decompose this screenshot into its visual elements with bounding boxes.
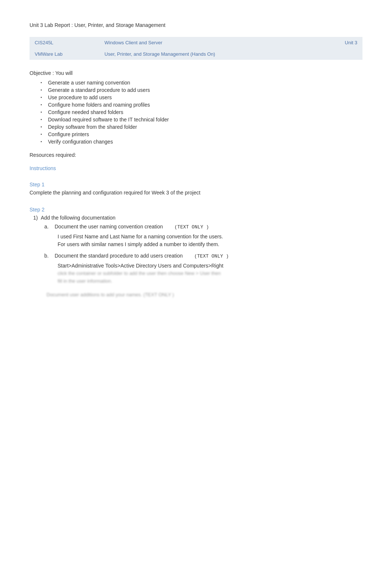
- sub-letter-a: a.: [44, 224, 55, 230]
- step2-section: Step 2 1) Add the following documentatio…: [30, 207, 362, 299]
- step1-content: Complete the planning and configuration …: [30, 190, 362, 196]
- step2-heading: Step 2: [30, 207, 362, 213]
- sub-item-c-row: Document user additions to add your name…: [44, 291, 362, 299]
- step1-section: Step 1 Complete the planning and configu…: [30, 182, 362, 196]
- objective-list: Generate a user naming conventionGenerat…: [30, 80, 362, 145]
- bullet-item-7: Configure printers: [41, 131, 362, 137]
- tag-a: (TEXT ONLY ): [175, 224, 209, 230]
- bullet-item-1: Generate a standard procedure to add use…: [41, 87, 362, 93]
- bullet-item-8: Verify configuration changes: [41, 139, 362, 145]
- unit-label: Unit 3: [321, 37, 362, 48]
- bullet-item-3: Configure home folders and roaming profi…: [41, 102, 362, 108]
- bullet-item-6: Deploy software from the shared folder: [41, 124, 362, 130]
- sub-label-b: Document the standard procedure to add u…: [55, 253, 362, 259]
- response-b: Start>Administrative Tools>Active Direct…: [44, 262, 362, 285]
- sub-label-a: Document the user naming convention crea…: [55, 224, 362, 230]
- bullet-item-2: Use procedure to add users: [41, 94, 362, 100]
- objective-section: Objective : You will Generate a user nam…: [30, 70, 362, 145]
- lab-type: VMWare Lab: [30, 48, 99, 60]
- objective-title: Objective : You will: [30, 70, 362, 76]
- numbered-item-1: 1) Add the following documentation a. Do…: [33, 215, 362, 299]
- sub-letter-b: b.: [44, 253, 55, 259]
- resources-label: Resources required:: [30, 152, 76, 158]
- bullet-item-4: Configure needed shared folders: [41, 109, 362, 115]
- sub-item-a: a. Document the user naming convention c…: [44, 224, 362, 248]
- step2-numbered-list: 1) Add the following documentation a. Do…: [30, 215, 362, 299]
- bullet-item-0: Generate a user naming convention: [41, 80, 362, 86]
- resources-section: Resources required:: [30, 152, 362, 158]
- sub-item-b: b. Document the standard procedure to ad…: [44, 253, 362, 299]
- step1-heading: Step 1: [30, 182, 362, 187]
- blurred-c: Document user additions to add your name…: [47, 292, 174, 297]
- instructions-link[interactable]: Instructions: [30, 165, 362, 171]
- tag-b: (TEXT ONLY ): [194, 253, 229, 259]
- bullet-item-5: Download required software to the IT tec…: [41, 117, 362, 123]
- lab-name: User, Printer, and Storage Management (H…: [99, 48, 321, 60]
- course-code: CIS245L: [30, 37, 99, 48]
- sub-items-list: a. Document the user naming convention c…: [33, 224, 362, 299]
- blurred-line1: click the container or subfolder to add …: [58, 270, 362, 277]
- course-name: Windows Client and Server: [99, 37, 321, 48]
- blurred-line2: fill in the user information.: [58, 277, 362, 285]
- item-number: 1): [33, 215, 38, 221]
- response-a: I used First Name and Last Name for a na…: [44, 233, 362, 248]
- item-label: Add the following documentation: [41, 215, 115, 221]
- header-table: CIS245L Windows Client and Server Unit 3…: [30, 37, 362, 60]
- page-title: Unit 3 Lab Report : User, Printer, and S…: [30, 22, 362, 28]
